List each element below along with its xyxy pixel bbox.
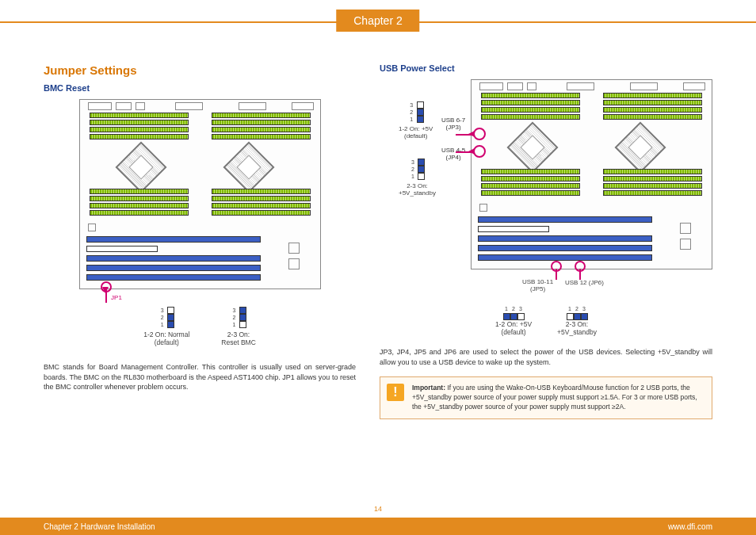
page-number: 14	[374, 505, 382, 513]
usb-body: JP3, JP4, JP5 and JP6 are used to select…	[380, 347, 712, 367]
important-icon: !	[387, 384, 404, 401]
right-column: USB Power Select 3 2 1 1-2 On: +5V (defa…	[380, 63, 712, 503]
important-box: ! Important: If you are using the Wake-O…	[380, 376, 712, 419]
important-title: Important:	[412, 384, 445, 392]
jp1-label: JP1	[0, 294, 356, 301]
left-h1: Jumper Settings	[44, 63, 356, 77]
legend-5v: 1 2 3 1-2 On: +5V (default)	[495, 304, 532, 336]
legend-5vsb: 1 2 3 2-3 On: +5V_standby	[557, 304, 597, 336]
bmc-body: BMC stands for Board Management Controll…	[44, 362, 356, 392]
footer-left: Chapter 2 Hardware Installation	[44, 522, 155, 531]
lbl-usb67: USB 6-7 (JP3)	[441, 117, 465, 132]
lbl-usb1011: USB 10-11 (JP5)	[522, 279, 553, 293]
left-h2: BMC Reset	[44, 83, 356, 93]
right-h2: USB Power Select	[380, 63, 712, 73]
left-column: Jumper Settings BMC Reset	[44, 63, 356, 503]
lbl-usb45: USB 4-5 (JP4)	[441, 147, 465, 162]
chapter-tab: Chapter 2	[336, 10, 419, 32]
usb-diagram	[471, 79, 712, 269]
footer-right: www.dfi.com	[668, 522, 712, 531]
legend-reset: 3 2 1 2-3 On: Reset BMC	[221, 306, 255, 346]
footer: Chapter 2 Hardware Installation www.dfi.…	[0, 518, 756, 535]
important-body: If you are using the Wake-On-USB Keyboar…	[412, 384, 697, 411]
legend-normal: 3 2 1 1-2 On: Normal (default)	[143, 306, 189, 346]
bmc-diagram	[79, 99, 321, 289]
lbl-usb12: USB 12 (JP6)	[565, 280, 604, 287]
